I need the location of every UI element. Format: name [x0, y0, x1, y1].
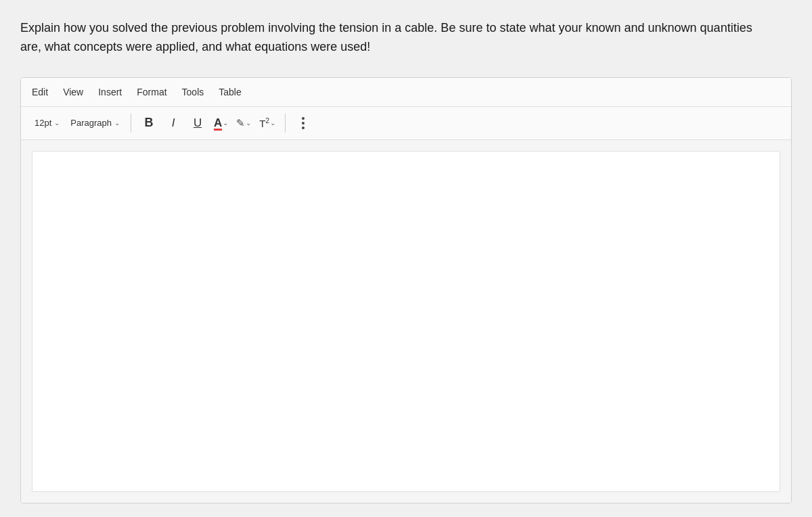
toolbar-divider-2 [285, 114, 286, 133]
highlight-button[interactable]: ✎ ⌄ [233, 114, 254, 132]
prompt-text: Explain how you solved the previous prob… [20, 19, 765, 57]
superscript-button[interactable]: T2 ⌄ [256, 114, 278, 132]
menu-item-tools[interactable]: Tools [182, 85, 204, 99]
bold-button[interactable]: B [138, 112, 160, 134]
menu-item-view[interactable]: View [63, 85, 83, 99]
italic-button[interactable]: I [162, 112, 184, 134]
dot-1 [302, 117, 304, 120]
menu-item-table[interactable]: Table [219, 85, 241, 99]
dot-3 [302, 127, 304, 129]
font-color-chevron-icon: ⌄ [223, 119, 228, 127]
editor-container: Edit View Insert Format Tools Table 12pt… [20, 77, 792, 503]
more-options-button[interactable] [292, 112, 314, 134]
toolbar-divider-1 [131, 114, 131, 133]
menu-bar: Edit View Insert Format Tools Table [21, 78, 791, 107]
font-size-value: 12pt [35, 118, 51, 128]
highlight-icon: ✎ [236, 117, 245, 129]
paragraph-style-value: Paragraph [70, 118, 112, 128]
paragraph-chevron-icon: ⌄ [114, 119, 120, 127]
paragraph-style-select[interactable]: Paragraph ⌄ [66, 115, 124, 131]
editor-body [21, 140, 791, 503]
superscript-chevron-icon: ⌄ [270, 119, 275, 127]
font-color-underline [214, 129, 222, 131]
menu-item-edit[interactable]: Edit [32, 85, 48, 99]
font-size-chevron-icon: ⌄ [54, 119, 60, 127]
menu-item-format[interactable]: Format [137, 85, 166, 99]
font-color-button[interactable]: A ⌄ [211, 114, 231, 133]
menu-item-insert[interactable]: Insert [98, 85, 122, 99]
toolbar: 12pt ⌄ Paragraph ⌄ B I U A ⌄ ✎ ⌄ T2 ⌄ [21, 107, 791, 140]
superscript-icon: T2 [259, 117, 269, 129]
underline-button[interactable]: U [187, 112, 208, 134]
font-color-icon: A [214, 116, 222, 130]
highlight-chevron-icon: ⌄ [246, 119, 251, 127]
editor-area[interactable] [32, 151, 780, 492]
font-size-select[interactable]: 12pt ⌄ [30, 115, 64, 131]
dot-2 [302, 122, 304, 125]
